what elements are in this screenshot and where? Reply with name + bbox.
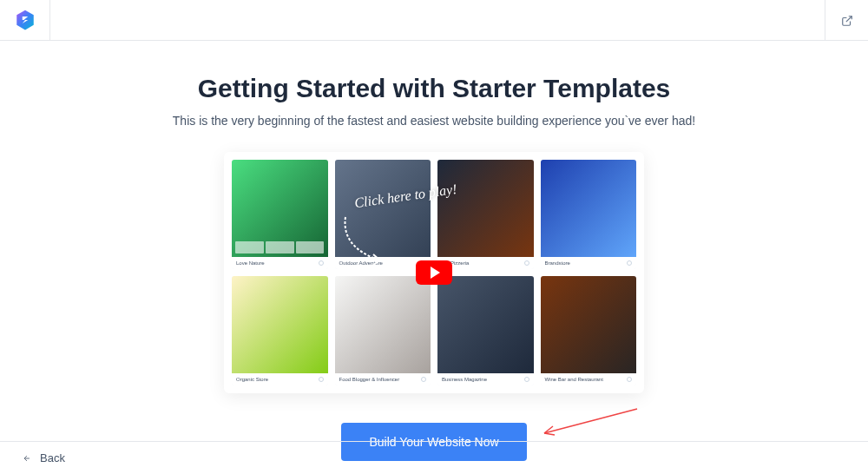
- template-name: Food Blogger & Influencer: [339, 377, 400, 382]
- main-content: Getting Started with Starter Templates T…: [0, 41, 868, 461]
- template-card: PREMIUM Wine Bar and Restaurant: [541, 276, 637, 385]
- favorite-icon: [319, 377, 324, 382]
- template-card: PREMIUM Business Magazine: [437, 276, 534, 385]
- template-thumbnail: [541, 160, 637, 257]
- back-label: Back: [40, 451, 65, 464]
- favorite-icon: [627, 260, 632, 266]
- template-thumbnail: [541, 276, 637, 373]
- template-card: PREMIUM the Pizzeria: [437, 160, 534, 269]
- template-name: Wine Bar and Restaurant: [545, 377, 603, 382]
- header-bar: [0, 0, 868, 41]
- attention-arrow-icon: [537, 407, 641, 442]
- template-name: Brandstore: [545, 260, 570, 266]
- page-title: Getting Started with Starter Templates: [17, 74, 851, 103]
- favorite-icon: [319, 260, 324, 266]
- template-thumbnail: [232, 160, 328, 257]
- page-subtitle: This is the very beginning of the fastes…: [17, 114, 851, 128]
- svg-line-1: [544, 409, 637, 433]
- template-card: Love Nature: [232, 160, 328, 269]
- external-link-button[interactable]: [825, 0, 868, 41]
- curved-arrow-icon: [337, 213, 406, 273]
- favorite-icon: [421, 377, 426, 382]
- play-button[interactable]: [416, 260, 452, 285]
- template-card: PREMIUM Food Blogger & Influencer: [335, 276, 431, 385]
- template-thumbnail: [335, 276, 431, 373]
- footer-bar: Back: [0, 441, 868, 474]
- template-name: Business Magazine: [442, 377, 487, 382]
- svg-line-0: [845, 16, 851, 21]
- template-name: Love Nature: [236, 260, 265, 266]
- template-thumbnail: [232, 276, 328, 373]
- favorite-icon: [524, 260, 529, 266]
- template-thumbnail: [437, 276, 534, 373]
- video-preview[interactable]: Love Nature Outdoor Adventure PREMIUM th…: [224, 152, 644, 393]
- template-thumbnail: [437, 160, 534, 257]
- favorite-icon: [524, 377, 529, 382]
- template-card: Brandstore: [541, 160, 637, 269]
- template-name: Organic Store: [236, 377, 268, 382]
- starter-templates-logo-icon: [14, 9, 36, 31]
- template-card: Organic Store: [232, 276, 328, 385]
- app-logo[interactable]: [0, 0, 50, 41]
- back-button[interactable]: Back: [21, 451, 65, 464]
- external-link-icon: [841, 15, 853, 27]
- arrow-left-icon: [21, 454, 33, 463]
- favorite-icon: [627, 377, 632, 382]
